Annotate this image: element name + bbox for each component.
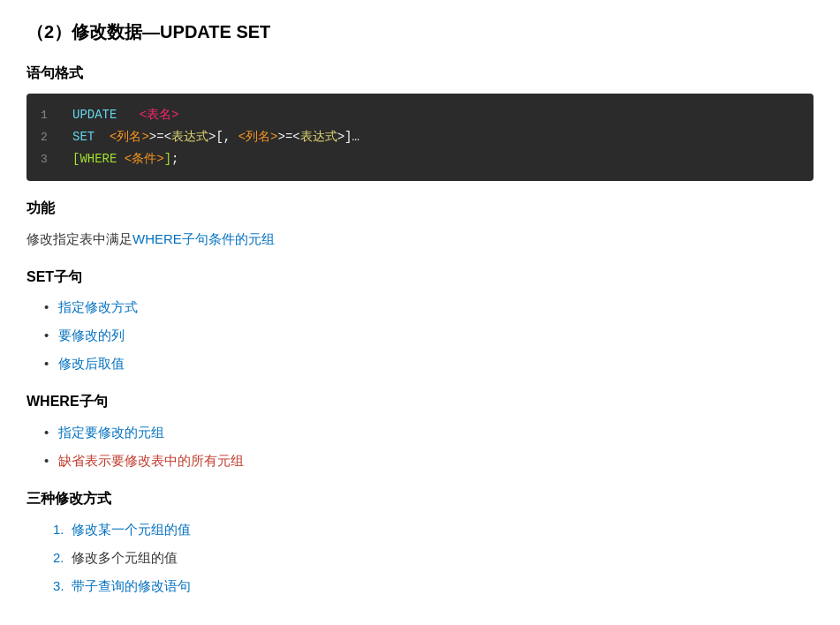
set-clause-item-1: 指定修改方式: [44, 297, 814, 318]
line-number-2: 2: [41, 127, 62, 147]
token-col-1: <列名>: [110, 126, 149, 148]
modify-ways-link-3[interactable]: 带子查询的修改语句: [72, 578, 191, 593]
where-clause-list: 指定要修改的元组 缺省表示要修改表中的所有元组: [26, 422, 814, 471]
modify-ways-num-1: 1.: [53, 522, 64, 537]
token-condition: <条件>: [125, 148, 164, 170]
where-clause-section: WHERE子句 指定要修改的元组 缺省表示要修改表中的所有元组: [26, 390, 814, 471]
syntax-heading: 语句格式: [26, 62, 814, 85]
set-clause-item-3: 修改后取值: [44, 353, 814, 374]
function-desc-text: 修改指定表中满足: [26, 231, 132, 246]
token-punct-3: >=<: [277, 126, 299, 148]
token-table-name: <表名>: [140, 104, 179, 126]
modify-ways-item-1: 1. 修改某一个元组的值: [44, 519, 814, 540]
page-title: （2）修改数据—UPDATE SET: [26, 18, 814, 46]
token-semicolon: ;: [171, 148, 178, 170]
syntax-section: 语句格式 1 UPDATE <表名> 2 SET <列名>>=<表达式>[, <…: [26, 62, 814, 181]
keyword-where: [WHERE: [72, 148, 125, 170]
where-clause-item-2: 缺省表示要修改表中的所有元组: [44, 450, 814, 471]
set-clause-link-2[interactable]: 要修改的列: [58, 328, 125, 343]
function-desc-link: WHERE子句条件的元组: [132, 231, 275, 246]
token-punct-1: >=<: [149, 126, 171, 148]
line-number-3: 3: [41, 149, 62, 169]
keyword-set: SET: [72, 126, 95, 148]
set-clause-section: SET子句 指定修改方式 要修改的列 修改后取值: [26, 266, 814, 375]
modify-ways-item-3: 3. 带子查询的修改语句: [44, 576, 814, 597]
where-clause-link-2[interactable]: 缺省表示要修改表中的所有元组: [58, 453, 244, 468]
modify-ways-list: 1. 修改某一个元组的值 2. 修改多个元组的值 3. 带子查询的修改语句: [26, 519, 814, 597]
modify-ways-num-3: 3.: [53, 578, 64, 593]
modify-ways-num-2: 2.: [53, 550, 64, 565]
token-punct-4: >]…: [337, 126, 359, 148]
function-desc: 修改指定表中满足WHERE子句条件的元组: [26, 229, 814, 250]
keyword-update: UPDATE: [72, 104, 117, 126]
code-line-2: 2 SET <列名>>=<表达式>[, <列名>>=<表达式>]…: [41, 126, 799, 148]
token-punct-2: >[,: [208, 126, 238, 148]
set-clause-heading: SET子句: [26, 266, 814, 289]
modify-ways-link-1[interactable]: 修改某一个元组的值: [72, 522, 191, 537]
modify-ways-heading: 三种修改方式: [26, 487, 814, 510]
code-block: 1 UPDATE <表名> 2 SET <列名>>=<表达式>[, <列名>>=…: [26, 94, 814, 182]
set-clause-item-2: 要修改的列: [44, 325, 814, 346]
set-clause-link-1[interactable]: 指定修改方式: [58, 299, 138, 314]
where-clause-item-1: 指定要修改的元组: [44, 422, 814, 443]
function-section: 功能 修改指定表中满足WHERE子句条件的元组: [26, 197, 814, 250]
token-col-2: <列名>: [238, 126, 278, 148]
token-expr-2: 表达式: [300, 126, 337, 148]
modify-ways-text-2: 修改多个元组的值: [72, 550, 178, 565]
where-clause-link-1[interactable]: 指定要修改的元组: [58, 425, 164, 440]
modify-ways-item-2: 2. 修改多个元组的值: [44, 547, 814, 569]
where-clause-heading: WHERE子句: [26, 390, 814, 413]
line-number-1: 1: [41, 105, 62, 125]
keyword-bracket-close: ]: [164, 148, 171, 170]
code-line-3: 3 [WHERE <条件>];: [41, 148, 799, 170]
modify-ways-section: 三种修改方式 1. 修改某一个元组的值 2. 修改多个元组的值 3. 带子查询的…: [26, 487, 814, 597]
set-clause-link-3[interactable]: 修改后取值: [58, 356, 125, 371]
function-heading: 功能: [26, 197, 814, 220]
code-line-1: 1 UPDATE <表名>: [41, 104, 799, 126]
token-expr-1: 表达式: [171, 126, 208, 148]
set-clause-list: 指定修改方式 要修改的列 修改后取值: [26, 297, 814, 374]
